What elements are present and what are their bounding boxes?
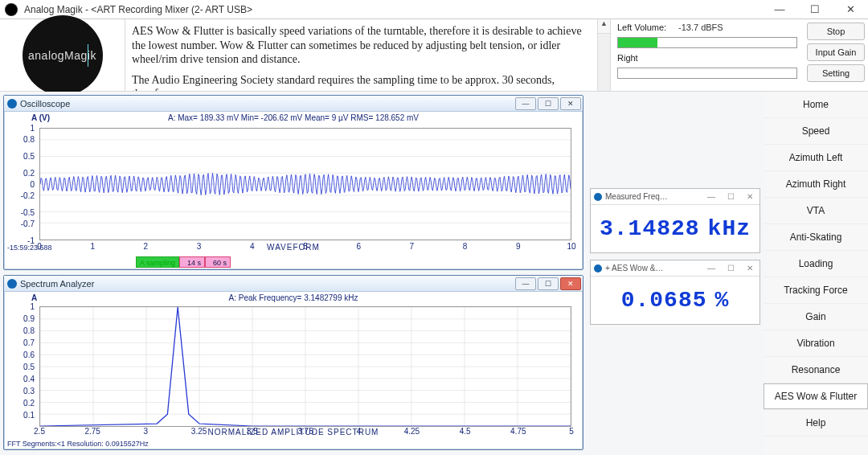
spec-chart-area[interactable] <box>39 306 571 427</box>
osc-x-label: WAVEFORM <box>267 243 320 252</box>
spec-y-ticks: 0.10.20.30.40.50.60.70.80.91 <box>9 306 36 427</box>
app-icon <box>5 3 18 16</box>
description-scrollbar[interactable]: ▲ <box>598 19 611 91</box>
description-pane[interactable]: AES Wow & Flutter is basically speed var… <box>125 19 598 91</box>
close-button[interactable]: ✕ <box>833 0 868 19</box>
osc-close-button[interactable]: ✕ <box>560 97 581 110</box>
nav-item-azimuth-left[interactable]: Azimuth Left <box>764 145 868 171</box>
input-gain-button[interactable]: Input Gain <box>807 43 865 61</box>
description-p2: The Audio Engineering Society standard r… <box>132 73 591 92</box>
nav-item-gain[interactable]: Gain <box>764 304 868 330</box>
window-title: Analog Magik - <ART Recording Mixer (2- … <box>23 4 762 15</box>
setting-button[interactable]: Setting <box>807 64 865 82</box>
spec-x-label: NORMALIZED AMPLITUDE SPECTRUM <box>208 428 379 437</box>
spec-maximize-button[interactable]: ☐ <box>538 277 559 290</box>
spectrum-plot: A: Peak Frequency= 3.1482799 kHz A AM 0.… <box>4 292 583 449</box>
main-titlebar: Analog Magik - <ART Recording Mixer (2- … <box>0 0 868 19</box>
spec-minimize-button[interactable]: — <box>515 277 536 290</box>
oscilloscope-icon <box>7 99 17 109</box>
wow-readout: 0.0685 % <box>591 277 760 324</box>
nav-item-azimuth-right[interactable]: Azimuth Right <box>764 171 868 198</box>
right-volume-meter <box>617 68 797 79</box>
left-volume-label: Left Volume: <box>617 23 674 32</box>
body-area: Oscilloscope — ☐ ✕ A: Max= 189.33 mV Min… <box>0 92 868 455</box>
wow-close-button[interactable]: ✕ <box>740 264 760 273</box>
osc-y-ticks: 10.80.50.20-0.2-0.5-0.7-1 <box>9 128 36 240</box>
spectrum-title: Spectrum Analyzer <box>20 279 515 289</box>
description-p1: AES Wow & Flutter is basically speed var… <box>132 24 591 67</box>
oscilloscope-window: Oscilloscope — ☐ ✕ A: Max= 189.33 mV Min… <box>3 95 583 270</box>
freq-min-button[interactable]: — <box>702 192 721 201</box>
osc-timestamp: -15:59:23:588 <box>7 244 52 252</box>
right-nav: HomeSpeedAzimuth LeftAzimuth RightVTAAnt… <box>764 92 868 455</box>
left-volume-meter <box>617 37 797 48</box>
wow-unit: % <box>715 288 730 313</box>
oscilloscope-plot: A: Max= 189.33 mV Min= -206.62 mV Mean= … <box>4 112 583 269</box>
nav-item-speed[interactable]: Speed <box>764 118 868 145</box>
spectrum-titlebar[interactable]: Spectrum Analyzer — ☐ ✕ <box>4 276 583 292</box>
freq-readout: 3.14828 kHz <box>591 205 760 252</box>
wow-min-button[interactable]: — <box>702 264 721 273</box>
spec-y-label: A <box>31 293 37 302</box>
osc-footer-elapsed: 14 s <box>179 256 205 268</box>
wow-title: + AES Wow &… <box>605 264 702 273</box>
freq-icon <box>594 193 602 201</box>
osc-maximize-button[interactable]: ☐ <box>538 97 559 110</box>
wow-icon <box>594 264 602 273</box>
oscilloscope-title: Oscilloscope <box>20 99 515 109</box>
scroll-up-icon[interactable]: ▲ <box>598 19 610 34</box>
top-strip: analogMagik AES Wow & Flutter is basical… <box>0 19 868 92</box>
freq-max-button[interactable]: ☐ <box>721 192 740 201</box>
nav-item-vibration[interactable]: Vibration <box>764 330 868 357</box>
volume-panel: Left Volume: -13.7 dBFS Right <box>611 19 804 91</box>
logo-box: analogMagik <box>0 19 125 91</box>
osc-y-label: A (V) <box>31 113 50 122</box>
spectrum-icon <box>7 279 17 289</box>
nav-item-anti-skating[interactable]: Anti-Skating <box>764 224 868 251</box>
scroll-track[interactable] <box>598 34 610 91</box>
stop-button[interactable]: Stop <box>807 23 865 40</box>
measured-freq-window: Measured Freq… — ☐ ✕ 3.14828 kHz <box>590 188 760 253</box>
wow-titlebar[interactable]: + AES Wow &… — ☐ ✕ <box>591 260 760 277</box>
nav-item-tracking-force[interactable]: Tracking Force <box>764 277 868 304</box>
oscilloscope-titlebar[interactable]: Oscilloscope — ☐ ✕ <box>4 96 583 112</box>
wow-flutter-window: + AES Wow &… — ☐ ✕ 0.0685 % <box>590 260 760 325</box>
freq-unit: kHz <box>708 216 751 241</box>
minimize-button[interactable]: — <box>762 0 797 19</box>
left-column: Oscilloscope — ☐ ✕ A: Max= 189.33 mV Min… <box>0 92 587 455</box>
osc-minimize-button[interactable]: — <box>515 97 536 110</box>
spec-stats: A: Peak Frequency= 3.1482799 kHz <box>4 293 583 302</box>
readout-column: Measured Freq… — ☐ ✕ 3.14828 kHz + AES W… <box>587 92 764 455</box>
spec-footer: FFT Segments:<1 Resolution: 0.0915527Hz <box>7 440 149 448</box>
osc-stats: A: Max= 189.33 mV Min= -206.62 mV Mean= … <box>4 113 583 122</box>
osc-chart-area[interactable] <box>39 128 571 240</box>
nav-item-aes-wow-flutter[interactable]: AES Wow & Flutter <box>764 383 868 410</box>
osc-footer-state: A sampling <box>136 256 179 268</box>
nav-item-help[interactable]: Help <box>764 410 868 437</box>
nav-item-vta[interactable]: VTA <box>764 198 868 224</box>
top-buttons: Stop Input Gain Setting <box>804 19 868 91</box>
freq-close-button[interactable]: ✕ <box>740 192 760 201</box>
nav-item-home[interactable]: Home <box>764 92 868 118</box>
measured-freq-titlebar[interactable]: Measured Freq… — ☐ ✕ <box>591 189 760 205</box>
spec-close-button[interactable]: ✕ <box>560 277 581 290</box>
logo: analogMagik <box>23 15 103 96</box>
nav-item-loading[interactable]: Loading <box>764 251 868 277</box>
right-volume-label: Right <box>617 53 674 63</box>
maximize-button[interactable]: ☐ <box>797 0 833 19</box>
spectrum-window: Spectrum Analyzer — ☐ ✕ A: Peak Frequenc… <box>3 275 583 450</box>
wow-max-button[interactable]: ☐ <box>721 264 740 273</box>
window-controls: — ☐ ✕ <box>762 0 868 19</box>
wow-value: 0.0685 <box>621 288 707 313</box>
osc-footer-total: 60 s <box>205 256 231 268</box>
freq-value: 3.14828 <box>600 216 700 241</box>
osc-footer: A sampling 14 s 60 s <box>39 256 571 268</box>
freq-title: Measured Freq… <box>605 192 702 201</box>
nav-item-resonance[interactable]: Resonance <box>764 357 868 383</box>
left-volume-value: -13.7 dBFS <box>678 23 723 32</box>
